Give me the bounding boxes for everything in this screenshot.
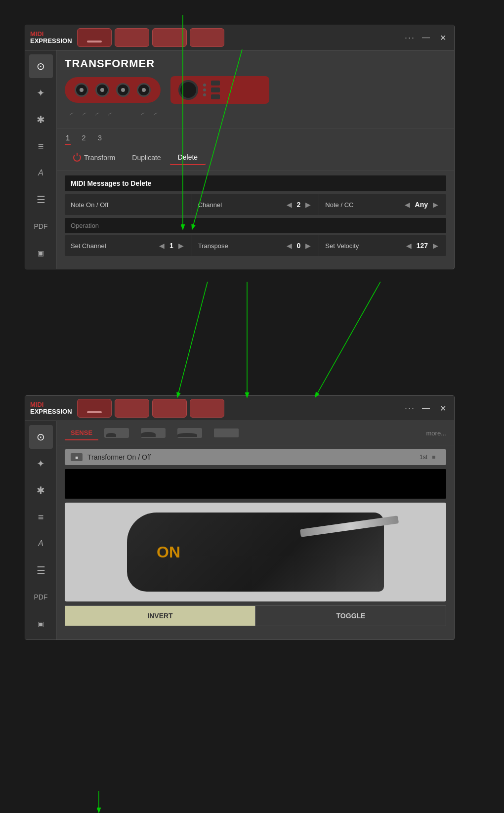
- pedal-display: ON: [65, 503, 446, 601]
- pad-button-2[interactable]: [115, 28, 149, 47]
- bottom-minimize-button[interactable]: —: [419, 403, 433, 414]
- power-icon: [73, 154, 81, 162]
- sidebar-item-lines[interactable]: ≡: [29, 134, 53, 158]
- set-channel-value: 1: [169, 242, 173, 250]
- set-channel-label: Set Channel: [71, 242, 106, 250]
- pad-button-4[interactable]: [190, 28, 224, 47]
- note-cc-right-arrow[interactable]: ▶: [431, 201, 440, 209]
- transpose-left-arrow[interactable]: ◀: [285, 242, 294, 250]
- transpose-right-arrow[interactable]: ▶: [303, 242, 313, 250]
- bottom-sidebar-item-arrows[interactable]: ✦: [29, 452, 53, 475]
- tab-1[interactable]: 1: [65, 131, 71, 145]
- channel-value: 2: [297, 201, 301, 209]
- channel-left-arrow[interactable]: ◀: [285, 201, 294, 209]
- bottom-sidebar-item-hamburger[interactable]: ☰: [29, 558, 53, 582]
- set-velocity-left-arrow[interactable]: ◀: [404, 242, 414, 250]
- sense-tab-3[interactable]: [171, 425, 208, 441]
- transpose-value: 0: [297, 242, 301, 250]
- note-cc-value-row: ◀ Any ▶: [403, 201, 440, 209]
- more-link[interactable]: more...: [426, 429, 446, 437]
- close-button[interactable]: ✕: [437, 32, 449, 43]
- svg-line-3: [178, 282, 208, 395]
- set-channel-right-arrow[interactable]: ▶: [176, 242, 186, 250]
- sense-tab-1[interactable]: [98, 425, 135, 441]
- set-channel-left-arrow[interactable]: ◀: [157, 242, 167, 250]
- top-sidebar: ⊙ ✦ ✱ ≡ A ☰ PDF ▣: [25, 50, 57, 269]
- pedal-on-text: ON: [157, 543, 180, 561]
- svg-line-5: [316, 282, 380, 395]
- bottom-pad-button-4[interactable]: [190, 399, 224, 418]
- transformer-row-badge: 1st: [420, 454, 427, 461]
- device-left: [65, 77, 161, 103]
- set-velocity-value-row: ◀ 127 ▶: [404, 242, 440, 250]
- knob-1[interactable]: [75, 83, 88, 97]
- device-dots: [203, 84, 206, 96]
- device-dot-2: [203, 88, 206, 91]
- transformer-on-off-row: ■ Transformer On / Off 1st: [65, 449, 446, 465]
- sidebar-item-wand[interactable]: ✱: [29, 108, 53, 131]
- tab-2[interactable]: 2: [81, 131, 86, 145]
- tab-3[interactable]: 3: [97, 131, 103, 145]
- note-cc-left-arrow[interactable]: ◀: [403, 201, 412, 209]
- knob-3[interactable]: [116, 83, 130, 97]
- sidebar-item-pdf[interactable]: PDF: [29, 214, 53, 238]
- bottom-sidebar-item-a[interactable]: A: [29, 532, 53, 556]
- transformer-header: TRANSFORMER: [57, 50, 454, 128]
- sidebar-item-a[interactable]: A: [29, 161, 53, 185]
- cable-icon-3: ⌒: [94, 111, 103, 121]
- black-display-area: [65, 469, 446, 499]
- sidebar-item-circle[interactable]: ⊙: [29, 54, 53, 78]
- bottom-dots-menu[interactable]: ···: [405, 403, 415, 414]
- transform-button[interactable]: Transform: [65, 150, 124, 165]
- knob-4[interactable]: [137, 83, 151, 97]
- tabs-row: 1 2 3: [57, 128, 454, 145]
- bottom-sidebar-item-circle[interactable]: ⊙: [29, 425, 53, 449]
- sense-tab-2[interactable]: [135, 425, 171, 441]
- set-velocity-value: 127: [417, 242, 428, 250]
- cable-icon-2: ⌒: [81, 111, 90, 121]
- operation-header: Operation: [65, 218, 446, 233]
- duplicate-button[interactable]: Duplicate: [124, 150, 169, 165]
- transformer-mini-button[interactable]: ■: [71, 453, 83, 461]
- delete-button[interactable]: Delete: [169, 150, 206, 165]
- bottom-pad-button-3[interactable]: [152, 399, 187, 418]
- bottom-sidebar-item-wand[interactable]: ✱: [29, 478, 53, 502]
- bottom-pad-button-1[interactable]: [77, 399, 112, 418]
- pad-button-1[interactable]: [77, 28, 112, 47]
- channel-value-row: ◀ 2 ▶: [285, 201, 313, 209]
- cable-icon-1: ⌒: [68, 111, 78, 121]
- bottom-sidebar-item-chip[interactable]: ▣: [29, 612, 53, 636]
- bottom-main-content: SENSE: [57, 421, 454, 640]
- bottom-sidebar-item-lines[interactable]: ≡: [29, 505, 53, 529]
- sense-tab-text[interactable]: SENSE: [65, 426, 98, 440]
- bottom-close-button[interactable]: ✕: [437, 403, 449, 414]
- invert-button[interactable]: INVERT: [65, 605, 255, 626]
- transpose-cell: Transpose ◀ 0 ▶: [192, 235, 320, 256]
- knob-2[interactable]: [95, 83, 109, 97]
- dot-1: [432, 456, 435, 459]
- bottom-action-buttons: INVERT TOGGLE: [65, 605, 446, 626]
- set-channel-cell: Set Channel ◀ 1 ▶: [65, 235, 192, 256]
- device-dot-3: [203, 93, 206, 96]
- expression-text: EXPRESSION: [30, 38, 72, 44]
- minimize-button[interactable]: —: [419, 32, 433, 43]
- toggle-button[interactable]: TOGGLE: [255, 605, 446, 626]
- channel-right-arrow[interactable]: ▶: [303, 201, 313, 209]
- sidebar-item-hamburger[interactable]: ☰: [29, 188, 53, 212]
- device-slot-2: [211, 87, 220, 92]
- dots-menu[interactable]: ···: [405, 33, 415, 43]
- device-dot-1: [203, 84, 206, 86]
- bottom-expression-text: EXPRESSION: [30, 408, 72, 415]
- note-cc-value: Any: [415, 201, 428, 209]
- sidebar-item-chip[interactable]: ▣: [29, 241, 53, 265]
- bottom-pad-button-2[interactable]: [115, 399, 149, 418]
- message-type-label: Note On / Off: [71, 201, 108, 209]
- sidebar-item-arrows[interactable]: ✦: [29, 81, 53, 105]
- device-slots: [211, 81, 220, 99]
- top-window: MIDI EXPRESSION ··· — ✕ ⊙ ✦ ✱ ≡ A ☰ PDF: [25, 25, 455, 269]
- pad-button-3[interactable]: [152, 28, 187, 47]
- top-main-content: TRANSFORMER: [57, 50, 454, 269]
- bottom-sidebar-item-pdf[interactable]: PDF: [29, 585, 53, 609]
- sense-tab-4[interactable]: [208, 426, 245, 440]
- set-velocity-right-arrow[interactable]: ▶: [431, 242, 440, 250]
